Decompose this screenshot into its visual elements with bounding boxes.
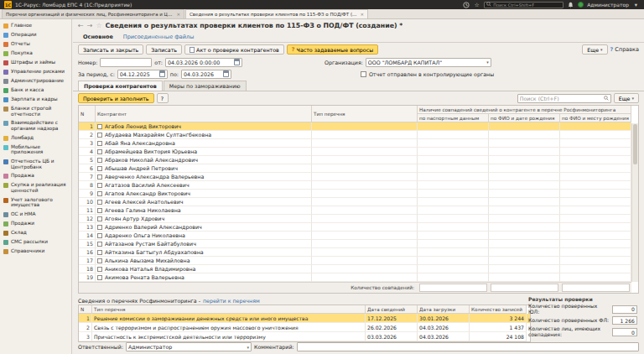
row-checkbox[interactable]: [97, 216, 102, 221]
lists-column-date-load[interactable]: Дата загрузки: [418, 305, 470, 314]
row-checkbox[interactable]: [97, 242, 102, 247]
inner-tab[interactable]: Меры по замораживанию: [164, 81, 247, 91]
sidebar-item[interactable]: Отчетность ЦБ и Центробанк: [0, 157, 71, 171]
sidebar-item[interactable]: Продажи: [0, 219, 71, 228]
chevron-down-icon[interactable]: ▾: [486, 60, 489, 65]
column-header-fio-birthplace[interactable]: по ФИО и месту рождения: [560, 114, 631, 122]
forward-arrow-icon[interactable]: →: [87, 22, 93, 29]
chevron-down-icon[interactable]: ▾: [247, 345, 250, 350]
row-checkbox[interactable]: [97, 141, 102, 146]
window-tab[interactable]: Перечни организаций и физических лиц, Ро…: [2, 9, 184, 18]
sidebar-item[interactable]: Покупка: [0, 49, 71, 58]
help-button[interactable]: ?Справка: [610, 46, 639, 53]
table-row[interactable]: 6Абышав Андрей Петрович: [79, 164, 631, 173]
user-name[interactable]: Администратор: [587, 2, 629, 8]
table-row[interactable]: 2Абудаева Махарайям Султангбековна: [79, 131, 631, 139]
row-checkbox[interactable]: [97, 158, 102, 163]
row-checkbox[interactable]: [97, 183, 102, 188]
row-checkbox[interactable]: [97, 191, 102, 196]
sidebar-item[interactable]: Учет залогового имущества: [0, 195, 71, 210]
nav-tab[interactable]: Основное: [83, 34, 113, 40]
sidebar-item[interactable]: Скупка и реализация ценностей: [0, 180, 71, 195]
lists-table-row[interactable]: 1Решение комиссии о замораживании денежн…: [79, 314, 530, 323]
sidebar-item[interactable]: ОС и НМА: [0, 210, 71, 219]
row-checkbox[interactable]: [97, 275, 102, 280]
table-row[interactable]: 9Агапов Александр Викторович: [79, 190, 631, 198]
window-tab[interactable]: Сведения о результатах проверки клиентов…: [185, 9, 368, 18]
table-more-button[interactable]: Еще▾: [614, 93, 639, 103]
table-row[interactable]: 16Айтказина Багтыгул Абдуахаповна: [79, 248, 631, 257]
row-checkbox[interactable]: [97, 133, 102, 138]
favorites-star-icon[interactable]: ☆: [473, 1, 480, 8]
sidebar-item[interactable]: Ломбард: [0, 133, 71, 143]
check-fill-button[interactable]: Проверить и заполнить: [78, 93, 154, 103]
row-checkbox[interactable]: [97, 200, 102, 205]
table-row[interactable]: 4Абрамейцева Виктория Юрьевна: [79, 148, 631, 156]
user-avatar[interactable]: [578, 2, 584, 8]
nav-tab[interactable]: Присоединенные файлы: [123, 34, 195, 40]
sidebar-item[interactable]: Администрирование: [0, 76, 71, 86]
period-from-input[interactable]: 04.12.2025: [117, 70, 168, 79]
table-row[interactable]: 19Акимова Рената Валерьевна: [79, 273, 631, 282]
global-search-input[interactable]: Поиск Ctrl+Shift+F: [484, 2, 564, 8]
history-clock-icon[interactable]: [462, 1, 470, 8]
save-close-button[interactable]: Записать и закрыть: [78, 44, 143, 55]
row-checkbox[interactable]: [97, 250, 102, 255]
row-checkbox[interactable]: [97, 267, 102, 272]
more-button[interactable]: Еще▾: [582, 44, 607, 55]
table-row[interactable]: 11Агеева Галина Николаевна: [79, 206, 631, 215]
table-row[interactable]: 3Абай Яна Александровна: [79, 139, 631, 148]
sidebar-item[interactable]: Мобильные приложения: [0, 143, 71, 157]
row-checkbox[interactable]: [97, 233, 102, 238]
act-check-button[interactable]: Акт о проверке контрагентов: [184, 44, 284, 55]
column-header-contractor[interactable]: Контрагент: [96, 106, 312, 122]
table-row[interactable]: 7Аверченко Александра Валерьевна: [79, 173, 631, 181]
table-search-input[interactable]: Поиск (Ctrl+F): [517, 94, 611, 103]
sidebar-item[interactable]: Управление рисками: [0, 67, 71, 76]
sidebar-item[interactable]: Главное: [0, 21, 71, 30]
sidebar-item[interactable]: Бланки строгой отчетности: [0, 104, 71, 118]
sidebar-item[interactable]: Склад: [0, 228, 71, 237]
table-row[interactable]: 1Агабов Леонид Викторович: [79, 122, 631, 131]
tab-close-icon[interactable]: ×: [360, 12, 364, 17]
sidebar-item[interactable]: СМС рассылки: [0, 237, 71, 247]
row-checkbox[interactable]: [97, 258, 102, 263]
lists-column-type[interactable]: Тип перечня: [92, 305, 366, 314]
calendar-icon[interactable]: [234, 59, 240, 65]
table-row[interactable]: 13Адриенко Валерий Александрович: [79, 223, 631, 232]
faq-button[interactable]: ?Часто задаваемые вопросы: [287, 44, 378, 55]
calendar-icon[interactable]: [223, 70, 229, 77]
responsible-select[interactable]: Администратор▾: [126, 342, 252, 351]
sidebar-item[interactable]: Операции: [0, 30, 71, 39]
table-scrollbar[interactable]: [631, 123, 638, 282]
scrollbar-thumb[interactable]: [633, 124, 637, 164]
row-checkbox[interactable]: [97, 208, 102, 213]
table-row[interactable]: 5Абраков Николай Александрович: [79, 156, 631, 164]
table-row[interactable]: 15Айтазанов Рустам Байтабулович: [79, 240, 631, 248]
table-row[interactable]: 17Алькина Авызама Михайловна: [79, 257, 631, 265]
save-button[interactable]: Записать: [146, 44, 182, 55]
notifications-bell-icon[interactable]: [567, 1, 574, 8]
number-input[interactable]: [100, 58, 152, 67]
table-row[interactable]: 18Аникова Наталья Владимировна: [79, 265, 631, 273]
table-row[interactable]: 8Агатазов Василий Алексеевич: [79, 181, 631, 190]
lists-column-n[interactable]: N: [79, 305, 92, 314]
sidebar-item[interactable]: Отчеты: [0, 39, 71, 49]
row-checkbox[interactable]: [97, 149, 102, 154]
lists-table-row[interactable]: 2Связь с терроризмом и распространением …: [79, 323, 530, 332]
sidebar-item[interactable]: Банк и касса: [0, 86, 71, 95]
inner-tab[interactable]: Проверка контрагентов: [78, 81, 163, 91]
column-header-passport[interactable]: по паспортным данным: [418, 114, 489, 122]
lists-table-row[interactable]: 3Причастность к экстремистской деятельно…: [79, 332, 530, 341]
service-menu-chevron-icon[interactable]: ▾: [632, 1, 640, 8]
sidebar-item[interactable]: Штрафы и займы: [0, 58, 71, 67]
table-row[interactable]: 14Адаренко Ольга Николаевна: [79, 232, 631, 240]
report-sent-checkbox[interactable]: [361, 71, 366, 77]
column-header-n[interactable]: N: [79, 106, 96, 122]
row-checkbox[interactable]: [97, 166, 102, 171]
check-help-button[interactable]: ?: [157, 93, 169, 103]
sidebar-item[interactable]: Продажа: [0, 171, 71, 180]
calendar-icon[interactable]: [159, 70, 165, 77]
column-header-type[interactable]: Тип перечня: [312, 106, 418, 122]
organization-select[interactable]: ООО "ЛОМБАРД КАПИТАЛ"▾: [366, 58, 491, 67]
